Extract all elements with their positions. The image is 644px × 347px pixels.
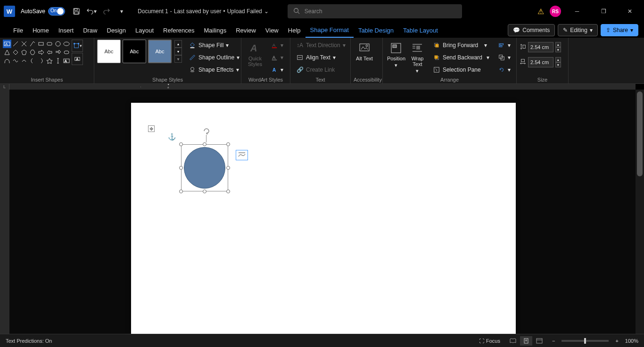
shape-styles-gallery[interactable]: Abc Abc Abc ▴▾▿ [97, 40, 182, 63]
text-predictions-status[interactable]: Text Predictions: On [6, 338, 52, 344]
web-layout-icon[interactable] [533, 336, 545, 346]
svg-rect-52 [523, 45, 525, 48]
zoom-out-button[interactable]: − [552, 338, 555, 344]
svg-rect-47 [500, 44, 503, 45]
layout-options-button[interactable] [236, 150, 248, 160]
text-effects-button[interactable]: A▾ [268, 64, 286, 75]
svg-rect-16 [74, 44, 78, 48]
style-preset-2[interactable]: Abc [123, 40, 146, 63]
redo-icon[interactable] [100, 5, 113, 18]
read-mode-icon[interactable] [507, 336, 519, 346]
tab-table-layout[interactable]: Table Layout [398, 23, 443, 38]
chevron-down-icon[interactable]: ⌄ [264, 8, 269, 15]
bring-forward-button[interactable]: Bring Forward▾ [430, 40, 492, 51]
styles-scroll[interactable]: ▴▾▿ [174, 40, 182, 63]
search-input[interactable]: Search [288, 4, 462, 18]
shape-outline-button[interactable]: Shape Outline▾ [186, 52, 242, 63]
align-button[interactable]: ▾ [495, 40, 513, 51]
svg-text:A: A [76, 58, 78, 61]
wrap-text-icon [411, 41, 424, 55]
tab-file[interactable]: File [8, 23, 28, 38]
group-button[interactable]: ▾ [495, 52, 513, 63]
tab-design[interactable]: Design [102, 23, 131, 38]
resize-handle-ml[interactable] [179, 166, 183, 170]
tab-shape-format[interactable]: Shape Format [305, 23, 354, 38]
document-title[interactable]: Document 1 - Last saved by user • Upload… [138, 8, 269, 15]
resize-handle-br[interactable] [226, 190, 230, 193]
tab-layout[interactable]: Layout [131, 23, 158, 38]
focus-mode-button[interactable]: ⛶Focus [479, 338, 500, 344]
horizontal-ruler[interactable]: · ▾ ▵ [9, 84, 636, 90]
resize-handle-tl[interactable] [179, 142, 183, 146]
close-button[interactable]: ✕ [619, 4, 640, 19]
quick-styles-button: A Quick Styles [244, 40, 266, 69]
tab-draw[interactable]: Draw [78, 23, 102, 38]
resize-handle-bl[interactable] [179, 190, 183, 193]
scrollbar-thumb[interactable] [637, 91, 643, 176]
editing-button[interactable]: ✎Editing▾ [558, 24, 598, 36]
resize-handle-bc[interactable] [203, 190, 206, 193]
style-preset-1[interactable]: Abc [97, 40, 121, 63]
edit-shape-icon[interactable]: ▾ [72, 40, 83, 52]
selection-pane-button[interactable]: Selection Pane [430, 64, 492, 75]
document-area[interactable]: ✥ ⚓ [9, 90, 636, 334]
qat-customize-icon[interactable]: ▾ [115, 5, 128, 18]
autosave-control[interactable]: AutoSave On [21, 7, 65, 16]
comments-button[interactable]: 💬Comments [508, 24, 555, 36]
status-bar: Text Predictions: On ⛶Focus − + 100% [0, 334, 644, 347]
tab-review[interactable]: Review [231, 23, 261, 38]
shape-fill-button[interactable]: Shape Fill▾ [186, 40, 242, 51]
width-spinner[interactable]: ▴▾ [555, 57, 561, 67]
position-button[interactable]: Position▾ [386, 40, 407, 70]
align-text-button[interactable]: Align Text▾ [293, 52, 348, 63]
autosave-toggle[interactable]: On [48, 7, 65, 16]
tab-insert[interactable]: Insert [54, 23, 79, 38]
shape-width-input[interactable]: 2.54 cm ▴▾ [520, 57, 561, 68]
svg-rect-48 [500, 46, 502, 47]
rotate-button[interactable]: ▾ [495, 64, 513, 75]
tab-references[interactable]: References [158, 23, 199, 38]
resize-handle-mr[interactable] [226, 166, 230, 170]
print-layout-icon[interactable] [520, 336, 532, 346]
send-backward-button[interactable]: Send Backward▾ [430, 52, 492, 63]
warning-icon[interactable]: ⚠ [537, 7, 544, 16]
tab-view[interactable]: View [261, 23, 283, 38]
shapes-gallery-more[interactable]: ▾ A [72, 40, 83, 65]
height-spinner[interactable]: ▴▾ [555, 42, 561, 52]
tab-mailings[interactable]: Mailings [199, 23, 231, 38]
undo-icon[interactable]: ▾ [85, 5, 98, 18]
tab-help[interactable]: Help [283, 23, 305, 38]
svg-text:A: A [65, 59, 67, 63]
resize-handle-tr[interactable] [226, 142, 230, 146]
save-icon[interactable] [70, 5, 83, 18]
wrap-text-button[interactable]: Wrap Text▾ [407, 40, 428, 76]
anchor-icon[interactable]: ⚓ [168, 133, 176, 140]
tab-home[interactable]: Home [28, 23, 54, 38]
shapes-gallery[interactable]: A [3, 40, 71, 65]
align-icon [498, 41, 505, 49]
resize-handle-tc[interactable] [203, 142, 206, 146]
share-button[interactable]: ⇪Share▾ [601, 24, 638, 36]
user-avatar[interactable]: RS [550, 6, 561, 17]
text-direction-button: ↕AText Direction▾ [293, 40, 348, 51]
create-link-button: 🔗Create Link [293, 64, 348, 75]
vertical-ruler[interactable] [0, 90, 9, 334]
selected-shape[interactable] [181, 144, 228, 191]
vertical-scrollbar[interactable] [636, 90, 644, 334]
text-box-icon[interactable]: A [72, 53, 83, 65]
page[interactable]: ✥ ⚓ [131, 103, 516, 334]
minimize-button[interactable]: ─ [567, 4, 587, 19]
svg-rect-41 [435, 44, 438, 47]
tab-table-design[interactable]: Table Design [354, 23, 398, 38]
rotate-handle[interactable] [203, 127, 210, 135]
alt-text-button[interactable]: Alt Text [354, 40, 375, 63]
zoom-thumb[interactable] [584, 338, 586, 344]
style-preset-3[interactable]: Abc [148, 40, 172, 63]
shape-height-input[interactable]: 2.54 cm ▴▾ [520, 41, 561, 53]
zoom-level[interactable]: 100% [625, 338, 638, 344]
zoom-in-button[interactable]: + [615, 338, 618, 344]
zoom-slider[interactable] [561, 340, 609, 342]
shape-effects-button[interactable]: Shape Effects▾ [186, 64, 242, 75]
restore-button[interactable]: ❐ [593, 4, 614, 19]
move-handle-icon[interactable]: ✥ [148, 125, 155, 132]
